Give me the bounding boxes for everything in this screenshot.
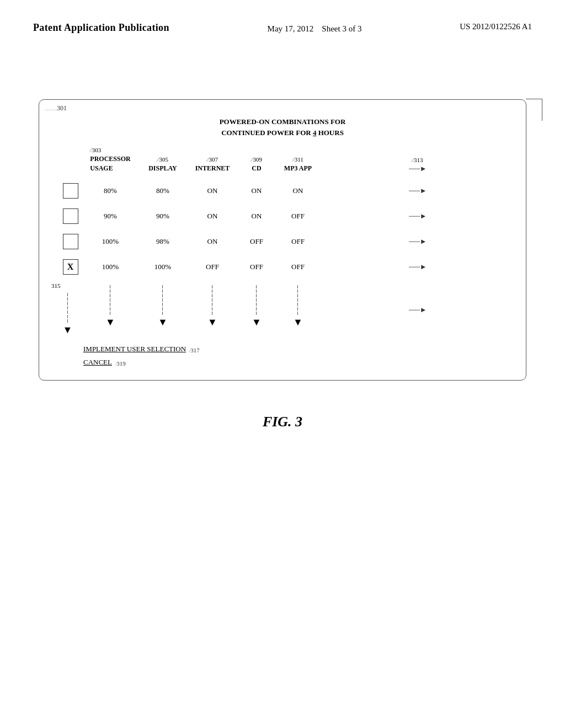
ref-311: ∕∕311 [276,156,320,163]
title-line2: CONTINUED POWER FOR [221,129,311,137]
cd-label: CD [237,164,276,173]
table-row: 80% 80% ON ON ON ·········► [50,183,515,199]
arrow-row1: ·········► [320,186,515,195]
arrow-header: ·········► [320,164,515,173]
display-row1: 80% [138,186,188,195]
processor-row2: 90% [83,212,138,221]
ref-307: ∕∕307 [188,156,237,163]
internet-row3: ON [188,237,237,246]
sheet-info: May 17, 2012 Sheet 3 of 3 [268,22,362,35]
down-arrow-col-cd: ▼ [237,285,276,336]
ref-305: ∕∕305 [138,156,188,163]
arrow-col-last: ·········► [320,285,515,336]
bottom-buttons-area: IMPLEMENT USER SELECTION ∕317 CANCEL ∕31… [83,345,515,369]
display-row3: 98% [138,237,188,246]
table-row: 100% 98% ON OFF OFF ·········► [50,234,515,249]
cd-row2: ON [237,212,276,221]
down-arrow-col-internet: ▼ [188,285,237,336]
processor-row1: 80% [83,186,138,195]
ref-303: ∕∕303 [90,147,130,153]
publication-label: Patent Application Publication [33,22,169,34]
figure-area: ……301 POWERED-ON COMBINATIONS FOR CONTIN… [33,99,532,430]
ref-319-label: ∕319 [114,360,126,367]
title-line1: POWERED-ON COMBINATIONS FOR [220,117,346,126]
mp3-row1: ON [276,186,320,195]
display-label: DISPLAY [138,164,188,173]
arrow-row3: ·········► [320,237,515,246]
internet-row1: ON [188,186,237,195]
ref-301-label: ……301 [45,104,67,113]
table-title: POWERED-ON COMBINATIONS FOR CONTINUED PO… [50,116,515,138]
table-row: 90% 90% ON ON OFF ·········► [50,208,515,224]
col-internet-header: ∕∕307 INTERNET [188,156,237,173]
internet-row4: OFF [188,263,237,271]
down-arrows-section: 315 ▼ [50,285,515,336]
down-arrow-col-select: ▼ [52,285,83,336]
bracket-decoration [526,99,542,121]
title-line2-end: HOURS [318,129,344,137]
col-mp3-header: ∕∕311 MP3 APP [276,156,320,173]
down-arrow-col-mp3: ▼ [276,285,320,336]
arrow-row4: ·········► [320,263,515,271]
cd-row3: OFF [237,237,276,246]
checkbox-row3[interactable] [63,234,78,249]
sheet: Sheet 3 of 3 [322,24,361,33]
processor-row3: 100% [83,237,138,246]
title-underline: 4 [313,129,317,137]
table-row: X 100% 100% OFF OFF OFF ·········► [50,259,515,275]
page-header: Patent Application Publication May 17, 2… [0,0,565,35]
table-box: ……301 POWERED-ON COMBINATIONS FOR CONTIN… [39,99,526,381]
down-arrow-col-processor: ▼ [83,285,138,336]
ref-313: ∕∕313 [320,157,515,163]
implement-button[interactable]: IMPLEMENT USER SELECTION [83,345,186,354]
mp3-row4: OFF [276,263,320,271]
cd-row1: ON [237,186,276,195]
checkbox-row1[interactable] [63,183,78,199]
internet-row2: ON [188,212,237,221]
checkbox-row2[interactable] [63,208,78,224]
mp3-label: MP3 APP [276,164,320,173]
figure-caption: FIG. 3 [33,414,532,430]
ref-317-label: ∕317 [188,347,200,354]
ref-309: ∕∕309 [237,156,276,163]
date: May 17, 2012 [268,24,314,33]
cd-row4: OFF [237,263,276,271]
checkbox-row4[interactable]: X [63,259,78,275]
patent-number: US 2012/0122526 A1 [460,22,532,31]
cancel-button[interactable]: CANCEL [83,358,112,367]
col-processor-header: ∕∕303 PROCESSOR USAGE [83,147,138,173]
processor-row4: 100% [83,263,138,271]
internet-label: INTERNET [188,164,237,173]
display-row2: 90% [138,212,188,221]
ref-315-label: 315 [51,282,61,289]
mp3-row3: OFF [276,237,320,246]
col-arrow-header: ∕∕313 ·········► [320,157,515,173]
arrow-row2: ·········► [320,212,515,221]
col-cd-header: ∕∕309 CD [237,156,276,173]
processor-label: PROCESSOR USAGE [90,154,130,173]
mp3-row2: OFF [276,212,320,221]
column-headers-row: ∕∕303 PROCESSOR USAGE ∕∕305 DISPLAY ∕∕30… [50,147,515,173]
col-display-header: ∕∕305 DISPLAY [138,156,188,173]
display-row4: 100% [138,263,188,271]
down-arrow-col-display: ▼ [138,285,188,336]
